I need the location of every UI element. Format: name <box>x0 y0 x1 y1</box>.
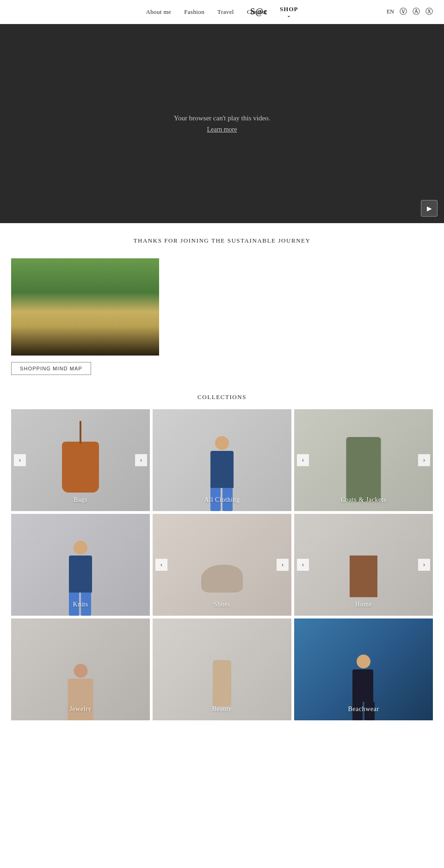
shoes-label: Shoes <box>153 601 291 608</box>
beauty-label: Beauty <box>153 706 291 713</box>
collections-title: COLLECTIONS <box>11 393 433 401</box>
navigation: About me Fashion Travel Contact SHOP ⌄ S… <box>0 0 444 24</box>
collection-beachwear[interactable]: Beachwear <box>294 618 433 720</box>
subtitle-text: THANKS FOR JOINING THE SUSTAINABLE JOURN… <box>9 237 435 244</box>
all-clothing-label: All Clothing <box>153 496 291 504</box>
shoes-arrow-left[interactable]: ‹ <box>155 559 167 571</box>
nav-links: About me Fashion Travel Contact SHOP ⌄ <box>146 6 298 18</box>
chevron-down-icon: ⌄ <box>287 13 291 18</box>
shoe-image <box>201 565 243 593</box>
shoes-arrow-right[interactable]: › <box>277 559 289 571</box>
video-message: Your browser can't play this video. Lear… <box>174 114 271 133</box>
play-button[interactable]: ▶ <box>421 200 438 217</box>
bags-label: Bags <box>11 496 150 504</box>
collection-all-clothing[interactable]: All Clothing <box>153 409 291 511</box>
collection-coats-jackets[interactable]: ‹ › Coats & Jackets <box>294 409 433 511</box>
collection-home[interactable]: ‹ › Home <box>294 514 433 616</box>
coats-jackets-label: Coats & Jackets <box>294 496 433 504</box>
instagram-icon[interactable]: Ⓥ <box>400 7 407 17</box>
video-error-text: Your browser can't play this video. <box>174 114 271 122</box>
site-logo[interactable]: S@c <box>250 7 267 17</box>
beauty-bottle <box>213 660 231 706</box>
learn-more-link[interactable]: Learn more <box>207 126 237 133</box>
knits-label: Knits <box>11 601 150 608</box>
shopping-mind-map-button[interactable]: SHOPPING MIND MAP <box>11 362 91 375</box>
home-arrow-left[interactable]: ‹ <box>297 559 309 571</box>
nav-link-travel[interactable]: Travel <box>217 8 234 16</box>
collection-beauty[interactable]: Beauty <box>153 618 291 720</box>
coats-arrow-right[interactable]: › <box>418 454 430 466</box>
nav-link-fashion[interactable]: Fashion <box>184 8 204 16</box>
video-player[interactable]: Your browser can't play this video. Lear… <box>0 24 444 223</box>
collection-bags[interactable]: ‹ › Bags <box>11 409 150 511</box>
language-selector[interactable]: EN <box>387 8 394 15</box>
home-image <box>350 556 377 597</box>
collection-jewelry[interactable]: Jewelry <box>11 618 150 720</box>
pinterest-icon[interactable]: Ⓧ <box>426 7 433 17</box>
nav-right-controls: EN Ⓥ Ⓐ Ⓧ <box>387 7 433 17</box>
nav-link-about-me[interactable]: About me <box>146 8 171 16</box>
field-photo <box>11 258 159 356</box>
collections-section: COLLECTIONS ‹ › Bags <box>0 384 444 725</box>
jewelry-label: Jewelry <box>11 706 150 713</box>
bags-arrow-left[interactable]: ‹ <box>14 454 26 466</box>
collections-grid: ‹ › Bags All Clothing <box>11 409 433 720</box>
coats-arrow-left[interactable]: ‹ <box>297 454 309 466</box>
collection-shoes[interactable]: ‹ › Shoes <box>153 514 291 616</box>
coat-image <box>346 437 381 502</box>
home-arrow-right[interactable]: › <box>418 559 430 571</box>
bag-image <box>62 442 99 493</box>
nav-link-shop[interactable]: SHOP ⌄ <box>280 6 298 18</box>
hero-photo <box>11 258 159 356</box>
photo-section: SHOPPING MIND MAP <box>0 254 444 384</box>
facebook-icon[interactable]: Ⓐ <box>413 7 420 17</box>
beachwear-label: Beachwear <box>294 706 433 713</box>
bags-arrow-right[interactable]: › <box>135 454 147 466</box>
home-label: Home <box>294 601 433 608</box>
subtitle-section: THANKS FOR JOINING THE SUSTAINABLE JOURN… <box>0 223 444 254</box>
collection-knits[interactable]: Knits <box>11 514 150 616</box>
